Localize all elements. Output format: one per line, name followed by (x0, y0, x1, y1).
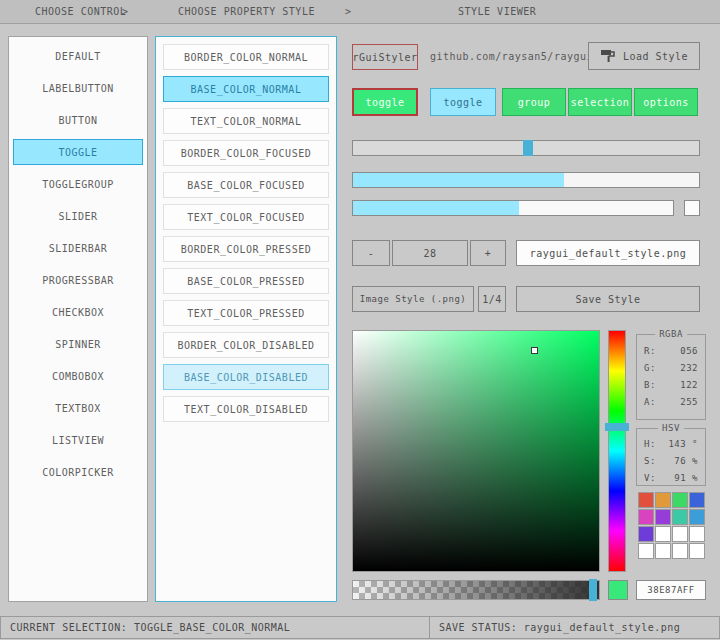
rgba-red-label: R: (644, 343, 656, 360)
control-item-slider[interactable]: SLIDER (13, 203, 143, 229)
brand-label: rGuiStyler (352, 52, 417, 63)
rgba-alpha-label: A: (644, 394, 656, 411)
control-item-toggle[interactable]: TOGGLE (13, 139, 143, 165)
spinner-value[interactable]: 28 (392, 240, 468, 266)
palette-swatch[interactable] (638, 509, 654, 525)
hex-color-textbox[interactable]: 38E87AFF (636, 580, 706, 600)
palette-swatch[interactable] (655, 492, 671, 508)
property-item-text-color-pressed[interactable]: TEXT_COLOR_PRESSED (163, 300, 329, 326)
current-color-swatch (608, 580, 628, 600)
control-item-textbox[interactable]: TEXTBOX (13, 395, 143, 421)
rgba-group-title: RGBA (655, 329, 687, 339)
color-palette-grid (638, 492, 705, 559)
spinner-plus-button[interactable]: + (470, 240, 506, 266)
hsv-saturation-value: 76 % (674, 453, 698, 470)
rgba-green-row: G: 232 (637, 360, 705, 377)
alpha-bar-handle[interactable] (589, 579, 597, 601)
palette-swatch[interactable] (689, 492, 705, 508)
filename-textbox[interactable]: raygui_default_style.png (516, 240, 700, 266)
palette-swatch[interactable] (655, 509, 671, 525)
property-item-border-color-normal[interactable]: BORDER_COLOR_NORMAL (163, 44, 329, 70)
color-picker-marker[interactable] (531, 347, 538, 354)
hsv-saturation-row: S: 76 % (637, 453, 705, 470)
palette-swatch[interactable] (672, 526, 688, 542)
property-item-border-color-focused[interactable]: BORDER_COLOR_FOCUSED (163, 140, 329, 166)
preview-checkbox[interactable] (684, 200, 700, 216)
header-choose-control: CHOOSE CONTROL (35, 0, 126, 24)
palette-swatch[interactable] (638, 543, 654, 559)
hsv-group-box: HSV H: 143 ° S: 76 % V: 91 % (636, 428, 706, 486)
repo-link[interactable]: github.com/raysan5/raygui (430, 44, 593, 70)
property-item-text-color-normal[interactable]: TEXT_COLOR_NORMAL (163, 108, 329, 134)
preview-slider[interactable] (352, 140, 700, 156)
rgba-alpha-row: A: 255 (637, 394, 705, 411)
palette-swatch[interactable] (689, 543, 705, 559)
brand-label-box: rGuiStyler (352, 44, 418, 70)
property-item-base-color-focused[interactable]: BASE_COLOR_FOCUSED (163, 172, 329, 198)
preview-togglegroup-selection[interactable]: selection (568, 88, 632, 116)
preview-toggle-active[interactable]: toggle (352, 88, 418, 116)
palette-swatch[interactable] (672, 543, 688, 559)
preview-progressbar (352, 200, 674, 216)
controls-list-panel: DEFAULT LABELBUTTON BUTTON TOGGLE TOGGLE… (8, 36, 148, 602)
header-style-viewer: STYLE VIEWER (458, 0, 536, 24)
header-separator-2: > (345, 0, 352, 24)
slider-handle[interactable] (523, 140, 533, 156)
hue-bar[interactable] (608, 330, 626, 572)
control-item-sliderbar[interactable]: SLIDERBAR (13, 235, 143, 261)
spinner-minus-button[interactable]: - (352, 240, 390, 266)
palette-swatch[interactable] (655, 526, 671, 542)
property-item-text-color-disabled[interactable]: TEXT_COLOR_DISABLED (163, 396, 329, 422)
control-item-togglegroup[interactable]: TOGGLEGROUP (13, 171, 143, 197)
save-style-button[interactable]: Save Style (516, 286, 700, 312)
load-style-button[interactable]: Load Style (588, 42, 700, 70)
image-style-combobox[interactable]: Image Style (.png) (352, 286, 474, 312)
status-save-status: SAVE STATUS: raygui_default_style.png (429, 616, 720, 639)
preview-togglegroup-group[interactable]: group (502, 88, 566, 116)
rguistyler-window: CHOOSE CONTROL > CHOOSE PROPERTY STYLE >… (0, 0, 720, 640)
rgba-blue-value: 122 (680, 377, 698, 394)
preview-sliderbar[interactable] (352, 172, 700, 188)
control-item-default[interactable]: DEFAULT (13, 43, 143, 69)
rgba-green-label: G: (644, 360, 656, 377)
hue-bar-handle[interactable] (605, 423, 629, 431)
palette-swatch[interactable] (689, 526, 705, 542)
control-item-spinner[interactable]: SPINNER (13, 331, 143, 357)
rgba-green-value: 232 (680, 360, 698, 377)
control-item-combobox[interactable]: COMBOBOX (13, 363, 143, 389)
control-item-button[interactable]: BUTTON (13, 107, 143, 133)
palette-swatch[interactable] (638, 492, 654, 508)
header-separator-1: > (122, 0, 129, 24)
combobox-counter[interactable]: 1/4 (478, 286, 506, 312)
preview-toggle[interactable]: toggle (430, 88, 496, 116)
control-item-colorpicker[interactable]: COLORPICKER (13, 459, 143, 485)
header-bar: CHOOSE CONTROL > CHOOSE PROPERTY STYLE >… (0, 0, 720, 24)
hsv-value-value: 91 % (674, 470, 698, 487)
palette-swatch[interactable] (638, 526, 654, 542)
property-item-base-color-pressed[interactable]: BASE_COLOR_PRESSED (163, 268, 329, 294)
palette-swatch[interactable] (672, 509, 688, 525)
preview-togglegroup-options[interactable]: options (634, 88, 698, 116)
rgba-red-value: 056 (680, 343, 698, 360)
property-item-base-color-normal[interactable]: BASE_COLOR_NORMAL (163, 76, 329, 102)
palette-swatch[interactable] (689, 509, 705, 525)
rgba-red-row: R: 056 (637, 343, 705, 360)
properties-list-panel: BORDER_COLOR_NORMAL BASE_COLOR_NORMAL TE… (155, 36, 337, 602)
hsv-group-title: HSV (658, 423, 684, 433)
control-item-checkbox[interactable]: CHECKBOX (13, 299, 143, 325)
control-item-listview[interactable]: LISTVIEW (13, 427, 143, 453)
palette-swatch[interactable] (672, 492, 688, 508)
palette-swatch[interactable] (655, 543, 671, 559)
property-item-text-color-focused[interactable]: TEXT_COLOR_FOCUSED (163, 204, 329, 230)
saturation-value-picker[interactable] (352, 330, 600, 572)
control-item-progressbar[interactable]: PROGRESSBAR (13, 267, 143, 293)
hsv-hue-row: H: 143 ° (637, 436, 705, 453)
property-item-border-color-pressed[interactable]: BORDER_COLOR_PRESSED (163, 236, 329, 262)
alpha-bar[interactable] (352, 580, 600, 600)
property-item-base-color-disabled[interactable]: BASE_COLOR_DISABLED (163, 364, 329, 390)
control-item-labelbutton[interactable]: LABELBUTTON (13, 75, 143, 101)
rgba-blue-row: B: 122 (637, 377, 705, 394)
property-item-border-color-disabled[interactable]: BORDER_COLOR_DISABLED (163, 332, 329, 358)
header-choose-property-style: CHOOSE PROPERTY STYLE (178, 0, 315, 24)
hsv-hue-value: 143 ° (668, 436, 698, 453)
